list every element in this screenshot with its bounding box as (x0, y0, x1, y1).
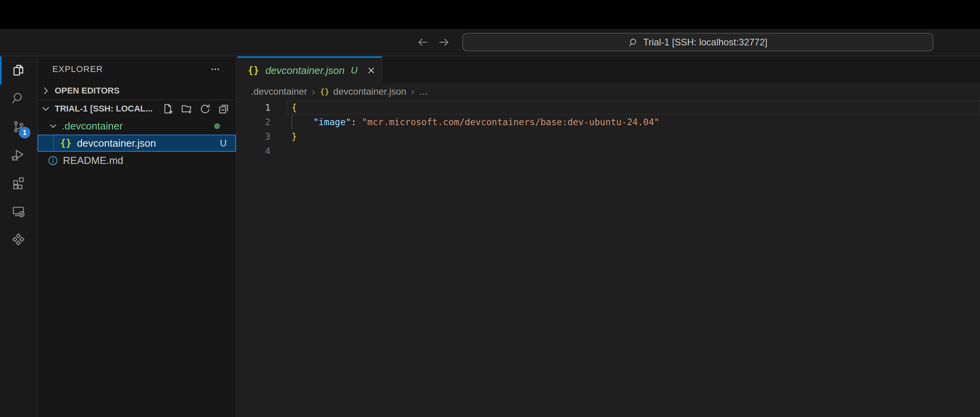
line-number: 4 (238, 146, 270, 156)
editor-group: {} devcontainer.json U .devcontainer › {… (238, 56, 980, 417)
activity-extensions-button[interactable] (0, 169, 37, 197)
title-bar: Trial-1 [SSH: localhost:32772] (0, 29, 980, 56)
file-label: README.md (63, 155, 123, 167)
workspace-section-header[interactable]: TRIAL-1 [SSH: LOCAL... (38, 100, 236, 117)
folder-label: .devcontainer (62, 120, 123, 132)
file-label: devcontainer.json (77, 137, 156, 149)
workspace-label: TRIAL-1 [SSH: LOCAL... (55, 104, 153, 114)
code-token: : (351, 117, 362, 127)
activity-diamonds-button[interactable] (0, 225, 37, 253)
activity-bar: 1 (0, 56, 38, 417)
tab-git-untracked-badge: U (351, 65, 358, 76)
search-icon (11, 92, 25, 106)
code-token (291, 117, 313, 127)
sidebar-header: EXPLORER (38, 56, 236, 82)
explorer-sidebar: EXPLORER OPEN EDITORS TRIAL-1 [SSH: LOCA… (38, 56, 237, 417)
activity-source-control-button[interactable]: 1 (0, 113, 37, 141)
breadcrumb-item-symbol[interactable]: … (419, 86, 428, 97)
breadcrumb-item-file[interactable]: devcontainer.json (333, 86, 406, 97)
open-editors-label: OPEN EDITORS (55, 86, 120, 96)
git-changes-dot (214, 123, 220, 129)
new-folder-icon[interactable] (181, 103, 192, 115)
command-center-title: Trial-1 [SSH: localhost:32772] (643, 37, 767, 48)
tree-item-devcontainer-folder[interactable]: .devcontainer (38, 117, 236, 135)
arrow-left-icon (416, 36, 429, 49)
workspace-actions (162, 103, 230, 115)
activity-remote-explorer-button[interactable] (0, 197, 37, 225)
search-icon (628, 38, 638, 48)
nav-forward-button[interactable] (436, 34, 452, 50)
json-file-icon: {} (60, 138, 72, 149)
chevron-down-icon (48, 121, 58, 131)
breadcrumb-separator: › (411, 86, 415, 98)
breadcrumb: .devcontainer › {} devcontainer.json › … (238, 83, 980, 100)
file-tree: .devcontainer {} devcontainer.json U REA… (38, 117, 236, 169)
indent-guide (53, 135, 54, 151)
new-file-icon[interactable] (162, 103, 173, 115)
source-control-badge: 1 (19, 127, 30, 138)
info-icon (48, 155, 58, 166)
tab-label: devcontainer.json (265, 65, 345, 77)
diamonds-icon (11, 232, 25, 246)
activity-explorer-button[interactable] (0, 56, 37, 84)
code-line[interactable]: 1 { (238, 100, 980, 115)
code-token: "image" (313, 117, 351, 127)
nav-back-button[interactable] (415, 34, 431, 50)
chevron-right-icon (41, 86, 51, 96)
line-number: 3 (238, 131, 270, 142)
breadcrumb-separator: › (312, 86, 315, 98)
activity-run-debug-button[interactable] (0, 141, 37, 169)
files-icon (11, 63, 25, 77)
line-number: 2 (238, 117, 270, 127)
refresh-icon[interactable] (199, 103, 211, 115)
sidebar-title: EXPLORER (52, 64, 103, 74)
open-editors-header[interactable]: OPEN EDITORS (38, 82, 236, 100)
code-line[interactable]: 2 "image": "mcr.microsoft.com/devcontain… (238, 115, 980, 129)
code-token: } (291, 131, 297, 142)
extensions-icon (11, 176, 25, 190)
json-file-icon: {} (248, 65, 259, 76)
code-line[interactable]: 4 (238, 144, 980, 158)
code-token: { (291, 102, 297, 113)
tab-devcontainer-json[interactable]: {} devcontainer.json U (238, 56, 382, 83)
git-untracked-badge: U (220, 138, 227, 149)
json-file-icon: {} (320, 87, 329, 96)
line-number: 1 (238, 102, 270, 113)
code-line[interactable]: 3 } (238, 129, 980, 144)
close-icon[interactable] (366, 65, 376, 75)
tree-item-devcontainer-json[interactable]: {} devcontainer.json U (38, 135, 236, 152)
tab-bar: {} devcontainer.json U (238, 56, 980, 83)
arrow-right-icon (437, 36, 451, 49)
code-token: "mcr.microsoft.com/devcontainers/base:de… (362, 117, 660, 127)
run-debug-icon (11, 148, 25, 162)
activity-search-button[interactable] (0, 84, 37, 113)
command-center-search[interactable]: Trial-1 [SSH: localhost:32772] (462, 33, 934, 51)
chevron-down-icon (41, 104, 51, 114)
vscode-window: Trial-1 [SSH: localhost:32772] 1 (0, 0, 980, 417)
tree-item-readme-md[interactable]: README.md (38, 152, 236, 169)
code-editor[interactable]: 1 { 2 "image": "mcr.microsoft.com/devcon… (238, 100, 980, 417)
collapse-all-icon[interactable] (218, 103, 230, 115)
breadcrumb-item-folder[interactable]: .devcontainer (251, 86, 307, 97)
remote-explorer-icon (11, 204, 25, 218)
more-actions-icon[interactable] (209, 63, 221, 75)
window-top-strip (0, 0, 980, 29)
